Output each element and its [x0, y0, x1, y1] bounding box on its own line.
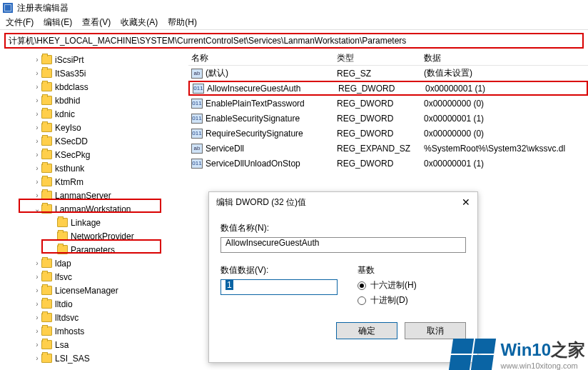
folder-icon: [41, 69, 52, 78]
tree-label: iScsiPrt: [55, 55, 84, 65]
folder-icon: [41, 299, 52, 309]
folder-icon: [41, 123, 52, 132]
base-label: 基数: [358, 264, 417, 276]
folder-icon: [41, 96, 52, 105]
radio-hex[interactable]: 十六进制(H): [358, 279, 417, 291]
column-type[interactable]: 类型: [337, 52, 424, 65]
chevron-icon[interactable]: ›: [33, 69, 41, 77]
tree-item-lsa[interactable]: ›Lsa: [0, 338, 188, 351]
tree-item-lanmanserver[interactable]: ›LanmanServer: [0, 189, 188, 202]
tree-label: lfsvc: [55, 272, 72, 282]
ok-button[interactable]: 确定: [336, 322, 397, 339]
titlebar: 注册表编辑器: [0, 0, 588, 16]
tree-label: lltdio: [55, 299, 73, 309]
folder-icon: [41, 272, 52, 281]
chevron-icon[interactable]: ›: [33, 96, 41, 104]
value-name-input[interactable]: AllowInsecureGuestAuth: [220, 237, 466, 253]
tree-item-ldap[interactable]: ›ldap: [0, 256, 188, 270]
radio-on-icon: [358, 281, 366, 290]
tree-item-licensemanager[interactable]: ›LicenseManager: [0, 284, 188, 297]
close-icon[interactable]: ✕: [462, 196, 470, 208]
chevron-icon[interactable]: ⌄: [33, 205, 41, 213]
chevron-icon[interactable]: ›: [33, 151, 41, 159]
tree-label: Lsa: [55, 340, 69, 350]
cancel-button[interactable]: 取消: [405, 322, 466, 339]
value-row[interactable]: 011EnablePlainTextPasswordREG_DWORD0x000…: [188, 96, 588, 111]
value-row[interactable]: abServiceDllREG_EXPAND_SZ%SystemRoot%\Sy…: [188, 141, 588, 156]
tree-item-kbdclass[interactable]: ›kbdclass: [0, 80, 188, 94]
chevron-icon[interactable]: ›: [33, 259, 41, 267]
menu-view[interactable]: 查看(V): [82, 16, 111, 29]
value-type: REG_EXPAND_SZ: [337, 144, 424, 154]
tree-item-networkprovider[interactable]: NetworkProvider: [0, 229, 188, 243]
value-row[interactable]: 011AllowInsecureGuestAuthREG_DWORD0x0000…: [188, 81, 588, 96]
tree-item-ksthunk[interactable]: ›ksthunk: [0, 161, 188, 175]
column-name[interactable]: 名称: [188, 52, 337, 65]
value-row[interactable]: 011RequireSecuritySignatureREG_DWORD0x00…: [188, 126, 588, 141]
value-row[interactable]: ab(默认)REG_SZ(数值未设置): [188, 66, 588, 81]
tree-item-iscsiprt[interactable]: ›iScsiPrt: [0, 53, 188, 66]
tree-label: KSecPkg: [55, 150, 90, 160]
window-title: 注册表编辑器: [17, 2, 69, 14]
tree-item-ksecdd[interactable]: ›KSecDD: [0, 134, 188, 148]
chevron-icon[interactable]: ›: [33, 164, 41, 172]
tree-item-lanmanworkstation[interactable]: ⌄LanmanWorkstation: [0, 202, 188, 216]
value-data: (数值未设置): [424, 67, 472, 79]
value-row[interactable]: 011EnableSecuritySignatureREG_DWORD0x000…: [188, 111, 588, 126]
tree-item-parameters[interactable]: Parameters: [0, 243, 188, 256]
tree-item-keyiso[interactable]: ›KeyIso: [0, 121, 188, 134]
value-type: REG_DWORD: [337, 129, 424, 139]
chevron-icon[interactable]: ›: [33, 110, 41, 118]
value-name: RequireSecuritySignature: [206, 129, 337, 139]
chevron-icon[interactable]: ›: [33, 300, 41, 308]
tree-view[interactable]: ›iScsiPrt›ItSas35i›kbdclass›kbdhid›kdnic…: [0, 50, 188, 370]
tree-label: KSecDD: [55, 136, 88, 146]
tree-item-linkage[interactable]: Linkage: [0, 216, 188, 229]
value-name: ServiceDll: [206, 144, 337, 154]
value-data: 0x00000001 (1): [424, 114, 484, 124]
edit-dword-dialog: 编辑 DWORD (32 位)值 ✕ 数值名称(N): AllowInsecur…: [208, 191, 478, 363]
chevron-icon[interactable]: ›: [33, 273, 41, 281]
chevron-icon[interactable]: ›: [33, 341, 41, 349]
chevron-icon[interactable]: ›: [33, 354, 41, 362]
regedit-icon: [3, 3, 13, 13]
dword-icon: 011: [191, 99, 203, 109]
tree-item-kbdhid[interactable]: ›kbdhid: [0, 94, 188, 107]
chevron-icon[interactable]: ›: [33, 137, 41, 145]
tree-item-ksecpkg[interactable]: ›KSecPkg: [0, 148, 188, 161]
value-name: EnablePlainTextPassword: [206, 99, 337, 109]
chevron-icon[interactable]: ›: [33, 178, 41, 186]
column-data[interactable]: 数据: [424, 52, 588, 65]
menu-file[interactable]: 文件(F): [6, 16, 34, 29]
tree-label: ldap: [55, 259, 71, 269]
chevron-icon[interactable]: ›: [33, 83, 41, 91]
tree-item-lltdio[interactable]: ›lltdio: [0, 297, 188, 311]
chevron-icon[interactable]: ›: [33, 286, 41, 294]
value-data-input[interactable]: 1: [220, 279, 338, 295]
chevron-icon[interactable]: ›: [33, 327, 41, 335]
value-row[interactable]: 011ServiceDllUnloadOnStopREG_DWORD0x0000…: [188, 156, 588, 171]
dialog-title: 编辑 DWORD (32 位)值: [216, 196, 306, 209]
tree-item-lfsvc[interactable]: ›lfsvc: [0, 270, 188, 284]
chevron-icon[interactable]: ›: [33, 191, 41, 199]
folder-icon: [41, 191, 52, 200]
tree-item-ktmrm[interactable]: ›KtmRm: [0, 175, 188, 189]
value-data: 0x00000000 (0): [424, 99, 484, 109]
radio-dec[interactable]: 十进制(D): [358, 294, 417, 306]
chevron-icon[interactable]: ›: [33, 56, 41, 64]
chevron-icon[interactable]: ›: [33, 314, 41, 321]
address-bar[interactable]: 计算机\HKEY_LOCAL_MACHINE\SYSTEM\CurrentCon…: [4, 33, 584, 49]
tree-item-lltdsvc[interactable]: ›lltdsvc: [0, 311, 188, 324]
folder-icon: [41, 313, 52, 322]
menu-help[interactable]: 帮助(H): [168, 16, 197, 29]
tree-item-lmhosts[interactable]: ›lmhosts: [0, 324, 188, 338]
chevron-icon[interactable]: ›: [33, 124, 41, 131]
menu-favorites[interactable]: 收藏夹(A): [121, 16, 158, 29]
menu-edit[interactable]: 编辑(E): [44, 16, 72, 29]
tree-item-kdnic[interactable]: ›kdnic: [0, 107, 188, 121]
dialog-titlebar[interactable]: 编辑 DWORD (32 位)值 ✕: [209, 192, 477, 212]
tree-item-itsas35i[interactable]: ›ItSas35i: [0, 66, 188, 80]
tree-item-lsi_sas[interactable]: ›LSI_SAS: [0, 351, 188, 365]
folder-icon: [57, 218, 68, 227]
value-data: 0x00000000 (0): [424, 129, 484, 139]
